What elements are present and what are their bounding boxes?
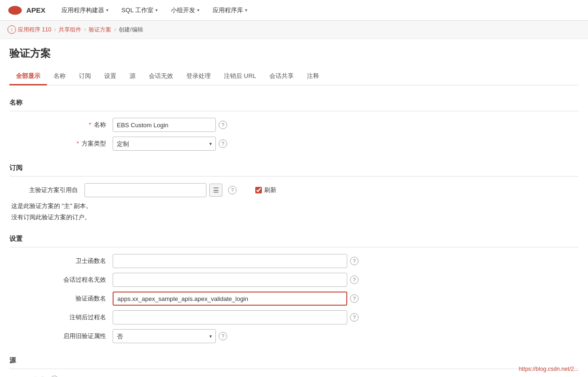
- tab-all[interactable]: 全部显示: [9, 68, 47, 85]
- breadcrumb-sep-2: ›: [84, 26, 86, 33]
- subscription-info-2: 没有订阅此验证方案的订户。: [9, 213, 579, 222]
- tab-session-share[interactable]: 会话共享: [263, 68, 300, 85]
- breadcrumb-sep-3: ›: [114, 26, 116, 33]
- chevron-down-icon: ▾: [245, 8, 247, 13]
- tab-name[interactable]: 名称: [47, 68, 72, 85]
- name-required: *: [89, 121, 91, 128]
- refresh-checkbox[interactable]: [255, 187, 262, 193]
- source-section: 源 PL/SQL 代码 ?: [9, 353, 579, 377]
- logo-text: APEX: [26, 6, 46, 14]
- chevron-down-icon: ▾: [106, 8, 108, 13]
- logo: APEX: [8, 3, 46, 18]
- scheme-type-select[interactable]: 定制 数据库账户 LDAP HTTP 标头变量 自定义: [113, 137, 216, 151]
- nav-sql-workshop[interactable]: SQL 工作室 ▾: [115, 0, 164, 20]
- nav-app-builder[interactable]: 应用程序构建器 ▾: [55, 0, 115, 20]
- name-row: * 名称 ?: [9, 118, 579, 132]
- nav-bar: APEX 应用程序构建器 ▾ SQL 工作室 ▾ 小组开发 ▾ 应用程序库 ▾: [0, 0, 588, 21]
- session-invalid-input[interactable]: [113, 273, 347, 287]
- breadcrumb-current: 创建/编辑: [119, 26, 143, 34]
- scheme-type-select-wrap: 定制 数据库账户 LDAP HTTP 标头变量 自定义 ▾: [113, 137, 216, 151]
- tab-logout-url[interactable]: 注销后 URL: [217, 68, 263, 85]
- subscription-list-button[interactable]: ☰: [209, 184, 222, 197]
- logout-process-help-icon[interactable]: ?: [350, 313, 359, 322]
- chevron-down-icon: ▾: [197, 8, 199, 13]
- auth-function-help-icon[interactable]: ?: [350, 294, 359, 303]
- refresh-check-wrap: 刷新: [255, 186, 276, 194]
- name-label: * 名称: [9, 121, 113, 129]
- subscription-section: 订阅 主验证方案引用自 ☰ ? 刷新 这是此验证方案的 "主" 副本。 没有订阅…: [9, 160, 579, 222]
- subscription-section-title: 订阅: [9, 160, 579, 177]
- subscription-input[interactable]: [84, 183, 206, 197]
- logout-process-row: 注销后过程名 ?: [9, 310, 579, 324]
- legacy-auth-row: 启用旧验证属性 否 是 ▾ ?: [9, 329, 579, 343]
- scheme-type-required: *: [76, 140, 79, 147]
- guard-function-help-icon[interactable]: ?: [350, 257, 359, 265]
- breadcrumb-sep-1: ›: [54, 26, 56, 33]
- auth-function-row: 验证函数名 ?: [9, 292, 579, 306]
- name-input[interactable]: [113, 118, 216, 132]
- chevron-down-icon: ▾: [155, 8, 158, 13]
- logout-process-input[interactable]: [113, 310, 347, 324]
- subscription-input-wrap: ☰ ?: [84, 183, 237, 197]
- session-invalid-help-icon[interactable]: ?: [350, 276, 359, 284]
- breadcrumb-app-link[interactable]: 应用程序 110: [18, 26, 51, 34]
- subscription-master-label: 主验证方案引用自: [9, 186, 84, 194]
- subscription-help-icon[interactable]: ?: [228, 186, 237, 194]
- page-title: 验证方案: [9, 46, 579, 61]
- breadcrumb: ↑ 应用程序 110 › 共享组件 › 验证方案 › 创建/编辑: [0, 21, 588, 39]
- refresh-label[interactable]: 刷新: [264, 186, 276, 194]
- tab-notes[interactable]: 注释: [300, 68, 326, 85]
- session-invalid-label: 会话过程名无效: [9, 276, 113, 284]
- subscription-info-1: 这是此验证方案的 "主" 副本。: [9, 202, 579, 210]
- legacy-auth-select[interactable]: 否 是: [113, 329, 216, 343]
- main-content: 验证方案 全部显示 名称 订阅 设置 源 会话无效 登录处理 注销后 URL 会…: [0, 39, 588, 377]
- legacy-auth-label: 启用旧验证属性: [9, 332, 113, 340]
- svg-point-0: [8, 6, 22, 15]
- scheme-type-help-icon[interactable]: ?: [219, 139, 227, 148]
- tab-login-process[interactable]: 登录处理: [180, 68, 217, 85]
- scheme-type-label: * 方案类型: [9, 139, 113, 148]
- name-section-title: 名称: [9, 95, 579, 111]
- nav-app-gallery[interactable]: 应用程序库 ▾: [206, 0, 254, 20]
- settings-section: 设置 卫士函数名 ? 会话过程名无效 ? 验证函数名 ? 注销后过程名 ? 启用…: [9, 231, 579, 343]
- tab-subscription[interactable]: 订阅: [72, 68, 98, 85]
- legacy-auth-select-wrap: 否 是 ▾: [113, 329, 216, 343]
- guard-function-input[interactable]: [113, 254, 347, 268]
- logout-process-label: 注销后过程名: [9, 313, 113, 322]
- source-section-title: 源: [9, 353, 579, 369]
- subscription-row: 主验证方案引用自 ☰ ? 刷新: [9, 183, 579, 197]
- guard-function-row: 卫士函数名 ?: [9, 254, 579, 268]
- apex-logo-icon: [8, 3, 23, 18]
- auth-function-input[interactable]: [113, 292, 347, 306]
- nav-team-dev[interactable]: 小组开发 ▾: [164, 0, 206, 20]
- scheme-type-row: * 方案类型 定制 数据库账户 LDAP HTTP 标头变量 自定义 ▾ ?: [9, 137, 579, 151]
- name-section: 名称 * 名称 ? * 方案类型 定制 数据库账户 LDAP HTTP 标头变量: [9, 95, 579, 151]
- tabs: 全部显示 名称 订阅 设置 源 会话无效 登录处理 注销后 URL 会话共享 注…: [9, 68, 579, 85]
- guard-function-label: 卫士函数名: [9, 257, 113, 265]
- session-invalid-row: 会话过程名无效 ?: [9, 273, 579, 287]
- name-help-icon[interactable]: ?: [219, 121, 227, 129]
- tab-source[interactable]: 源: [123, 68, 142, 85]
- settings-section-title: 设置: [9, 231, 579, 247]
- nav-menu: 应用程序构建器 ▾ SQL 工作室 ▾ 小组开发 ▾ 应用程序库 ▾: [55, 0, 254, 20]
- tab-settings[interactable]: 设置: [98, 68, 123, 85]
- footer-link[interactable]: https://blog.csdn.net/2...: [519, 366, 579, 372]
- legacy-auth-help-icon[interactable]: ?: [219, 332, 227, 340]
- breadcrumb-home[interactable]: ↑ 应用程序 110: [8, 25, 51, 34]
- tab-session-invalid[interactable]: 会话无效: [142, 68, 180, 85]
- up-icon: ↑: [8, 25, 16, 34]
- breadcrumb-shared-components[interactable]: 共享组件: [59, 26, 81, 34]
- auth-function-label: 验证函数名: [9, 294, 113, 303]
- breadcrumb-auth-scheme[interactable]: 验证方案: [89, 26, 111, 34]
